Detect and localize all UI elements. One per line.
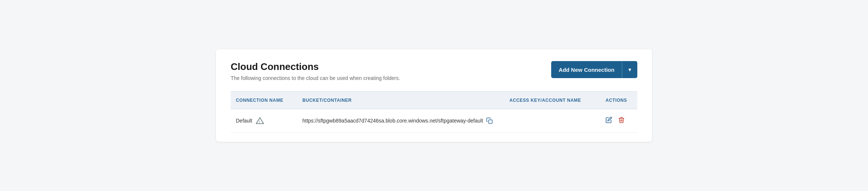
bucket-cell: https://sftpgwb89a5aacd7d74246sa.blob.co… <box>297 114 504 127</box>
page-title: Cloud Connections <box>231 61 400 73</box>
title-block: Cloud Connections The following connecti… <box>231 61 400 81</box>
svg-rect-2 <box>489 120 492 124</box>
add-button-caret[interactable]: ▼ <box>622 62 637 77</box>
col-access-key: ACCESS KEY/ACCOUNT NAME <box>504 96 600 105</box>
add-button-label: Add New Connection <box>551 62 622 78</box>
cloud-connections-card: Cloud Connections The following connecti… <box>216 49 652 141</box>
connection-name-label: Default <box>236 118 252 124</box>
col-connection-name: CONNECTION NAME <box>231 96 297 105</box>
col-actions: ACTIONS <box>600 96 637 105</box>
col-bucket-container: BUCKET/CONTAINER <box>297 96 504 105</box>
edit-button[interactable] <box>606 117 612 125</box>
delete-button[interactable] <box>618 117 625 125</box>
copy-icon[interactable] <box>486 117 493 124</box>
connections-table: CONNECTION NAME BUCKET/CONTAINER ACCESS … <box>231 91 637 133</box>
page-subtitle: The following connections to the cloud c… <box>231 75 400 81</box>
bucket-url: https://sftpgwb89a5aacd7d74246sa.blob.co… <box>302 118 483 124</box>
add-button-wrapper: Add New Connection ▼ <box>551 61 637 78</box>
azure-icon: ! <box>256 117 264 124</box>
actions-cell <box>600 114 637 128</box>
connection-name-cell: Default ! <box>231 114 297 127</box>
table-row: Default ! https://sftpgwb89a5aacd7d74246… <box>231 109 637 133</box>
access-key-cell <box>504 118 600 124</box>
azure-triangle-icon: ! <box>256 117 264 124</box>
svg-text:!: ! <box>259 120 260 124</box>
add-new-connection-button[interactable]: Add New Connection ▼ <box>551 61 637 78</box>
table-header: CONNECTION NAME BUCKET/CONTAINER ACCESS … <box>231 91 637 109</box>
header-row: Cloud Connections The following connecti… <box>231 61 637 81</box>
